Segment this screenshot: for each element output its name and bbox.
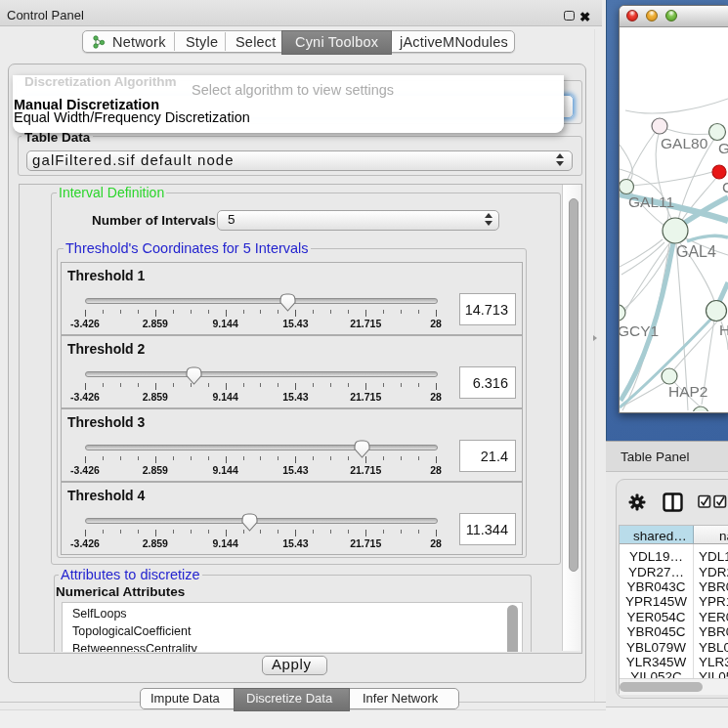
svg-text:H: H	[719, 321, 728, 338]
svg-text:GAL80: GAL80	[661, 135, 708, 151]
svg-text:C: C	[722, 179, 728, 195]
svg-text:GAL4: GAL4	[676, 243, 716, 260]
svg-text:GAL11: GAL11	[628, 193, 674, 210]
svg-text:HAP2: HAP2	[668, 383, 708, 400]
svg-text:GA: GA	[718, 140, 728, 156]
svg-text:GCY1: GCY1	[620, 322, 659, 339]
